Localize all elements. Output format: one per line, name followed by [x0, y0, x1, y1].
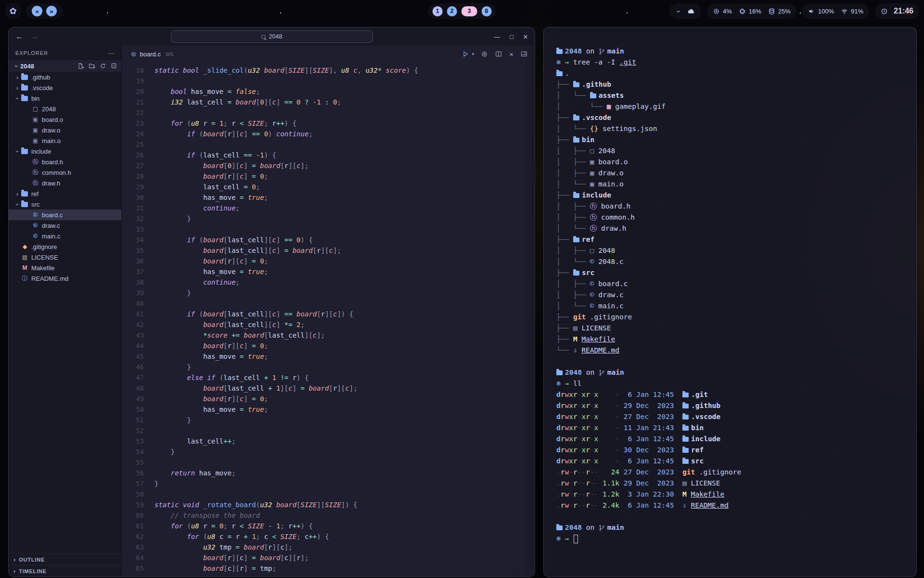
- back-arrow-button[interactable]: ←: [15, 32, 23, 41]
- code-line-23[interactable]: 23 for (u8 r = 1; r < SIZE; r++) {: [122, 118, 535, 129]
- settings-gear-icon[interactable]: [481, 51, 488, 58]
- code-line-43[interactable]: 43 *score += board[last_cell][c];: [122, 330, 535, 341]
- code-line-58[interactable]: 58: [122, 489, 535, 499]
- code-line-46[interactable]: 46 }: [122, 362, 535, 372]
- maximize-button[interactable]: □: [510, 34, 513, 40]
- workspace-8[interactable]: 8: [481, 6, 491, 16]
- explorer-item-board.o[interactable]: ▣board.o: [9, 114, 121, 125]
- run-button[interactable]: [462, 50, 469, 58]
- clock-widget[interactable]: 21:46: [875, 3, 919, 19]
- code-line-37[interactable]: 37 has_move = true;: [122, 266, 535, 277]
- code-line-21[interactable]: 21 i32 last_cell = board[0][c] == 0 ? -1…: [122, 97, 535, 107]
- explorer-more-actions-icon[interactable]: ⋯: [108, 49, 115, 57]
- code-line-52[interactable]: 52: [122, 425, 535, 436]
- code-line-56[interactable]: 56 return has_move;: [122, 468, 535, 478]
- code-line-54[interactable]: 54 }: [122, 447, 535, 457]
- code-line-19[interactable]: 19: [122, 76, 535, 86]
- code-line-45[interactable]: 45 has_move = true;: [122, 351, 535, 362]
- forward-arrow-button[interactable]: →: [31, 32, 38, 41]
- explorer-item-2048[interactable]: ▢2048: [9, 104, 121, 114]
- code-line-51[interactable]: 51 }: [122, 415, 535, 425]
- explorer-item-.vscode[interactable]: ›.vscode: [9, 82, 121, 93]
- code-line-61[interactable]: 61 for (u8 r = 0; r < SIZE - 1; r++) {: [122, 521, 535, 531]
- code-line-26[interactable]: 26 if (last_cell == -1) {: [122, 150, 535, 160]
- explorer-item-main.c[interactable]: ©main.c: [9, 231, 121, 241]
- close-window-button[interactable]: ×: [523, 33, 528, 41]
- code-line-57[interactable]: 57}: [122, 478, 535, 489]
- explorer-item-include[interactable]: ›include: [9, 146, 121, 157]
- code-line-33[interactable]: 33: [122, 224, 535, 235]
- split-editor-icon[interactable]: [495, 50, 502, 58]
- weather-widget[interactable]: [669, 3, 701, 19]
- code-line-31[interactable]: 31 continue;: [122, 203, 535, 213]
- explorer-item-src[interactable]: ›src: [9, 199, 121, 210]
- code-line-24[interactable]: 24 if (board[r][c] == 0) continue;: [122, 129, 535, 139]
- code-line-36[interactable]: 36 board[r][c] = 0;: [122, 256, 535, 266]
- code-line-59[interactable]: 59static void _rotate_board(u32 board[SI…: [122, 499, 535, 510]
- wifi-stat[interactable]: 91%: [841, 8, 863, 15]
- explorer-item-.gitignore[interactable]: ◆.gitignore: [9, 241, 121, 252]
- explorer-item-common.h[interactable]: ⓗcommon.h: [9, 167, 121, 178]
- code-line-38[interactable]: 38 continue;: [122, 277, 535, 288]
- code-line-25[interactable]: 25: [122, 139, 535, 150]
- code-line-42[interactable]: 42 board[last_cell][c] *= 2;: [122, 319, 535, 330]
- code-line-35[interactable]: 35 board[last_cell][c] = board[r][c];: [122, 245, 535, 256]
- explorer-item-board.c[interactable]: ©board.c: [9, 210, 121, 220]
- code-line-44[interactable]: 44 board[r][c] = 0;: [122, 341, 535, 351]
- collapse-folders-icon[interactable]: [111, 63, 117, 69]
- system-logo-button[interactable]: ✿: [5, 3, 21, 19]
- explorer-item-draw.h[interactable]: ⓗdraw.h: [9, 178, 121, 188]
- command-center-search[interactable]: 2048: [171, 30, 373, 43]
- new-file-icon[interactable]: [77, 63, 84, 69]
- code-line-28[interactable]: 28 board[r][c] = 0;: [122, 171, 535, 182]
- code-line-55[interactable]: 55: [122, 457, 535, 468]
- code-line-65[interactable]: 65 board[c][r] = tmp;: [122, 563, 535, 574]
- code-line-41[interactable]: 41 if (board[last_cell][c] == board[r][c…: [122, 309, 535, 319]
- explorer-item-main.o[interactable]: ▣main.o: [9, 135, 121, 146]
- explorer-item-board.h[interactable]: ⓗboard.h: [9, 157, 121, 167]
- code-line-29[interactable]: 29 last_cell = 0;: [122, 182, 535, 192]
- explorer-item-ref[interactable]: ›ref: [9, 188, 121, 199]
- explorer-item-.github[interactable]: ›.github: [9, 72, 121, 82]
- new-folder-icon[interactable]: [89, 63, 95, 69]
- volume-stat[interactable]: 100%: [808, 8, 834, 15]
- explorer-item-LICENSE[interactable]: ▤LICENSE: [9, 252, 121, 263]
- code-line-53[interactable]: 53 last_cell++;: [122, 436, 535, 447]
- explorer-item-draw.c[interactable]: ©draw.c: [9, 220, 121, 231]
- code-line-49[interactable]: 49 board[r][c] = 0;: [122, 394, 535, 404]
- explorer-item-draw.o[interactable]: ▣draw.o: [9, 125, 121, 135]
- outline-panel-header[interactable]: › OUTLINE: [9, 553, 121, 565]
- code-line-22[interactable]: 22: [122, 107, 535, 118]
- code-line-62[interactable]: 62 for (u8 c = r + 1; c < SIZE; c++) {: [122, 531, 535, 542]
- explorer-item-Makefile[interactable]: MMakefile: [9, 263, 121, 273]
- workspace-1[interactable]: 1: [433, 6, 443, 16]
- code-line-48[interactable]: 48 board[last_cell + 1][c] = board[r][c]…: [122, 383, 535, 394]
- code-line-34[interactable]: 34 if (board[last_cell][c] == 0) {: [122, 235, 535, 245]
- run-options-caret-icon[interactable]: ▾: [472, 52, 475, 56]
- timeline-panel-header[interactable]: › TIMELINE: [9, 565, 121, 577]
- active-tab-filename[interactable]: board.c: [140, 51, 161, 58]
- code-line-20[interactable]: 20 bool has_move = false;: [122, 86, 535, 97]
- layout-icon[interactable]: [520, 50, 528, 58]
- code-line-18[interactable]: 18static bool _slide_col(u32 board[SIZE]…: [122, 65, 535, 76]
- close-editor-icon[interactable]: ×: [509, 50, 513, 58]
- refresh-icon[interactable]: [100, 63, 106, 69]
- code-line-47[interactable]: 47 else if (last_cell + 1 != r) {: [122, 372, 535, 383]
- code-line-64[interactable]: 64 board[r][c] = board[c][r];: [122, 552, 535, 563]
- code-line-27[interactable]: 27 board[0][c] = board[r][c];: [122, 160, 535, 171]
- workspace-2[interactable]: 2: [447, 6, 457, 16]
- explorer-root-folder[interactable]: › 2048: [9, 60, 121, 72]
- code-line-32[interactable]: 32 }: [122, 213, 535, 224]
- code-line-50[interactable]: 50 has_move = true;: [122, 404, 535, 415]
- terminal-content[interactable]: 2048 on main❄ → tree -a -I .git.├── .git…: [544, 27, 916, 577]
- explorer-item-README.md[interactable]: ⓘREADME.md: [9, 273, 121, 284]
- media-prev-button[interactable]: «: [32, 6, 42, 16]
- explorer-item-bin[interactable]: ›bin: [9, 93, 121, 104]
- minimize-button[interactable]: —: [494, 34, 500, 40]
- workspace-3[interactable]: 3: [462, 6, 477, 16]
- code-line-39[interactable]: 39 }: [122, 288, 535, 298]
- code-editor[interactable]: 18static bool _slide_col(u32 board[SIZE]…: [122, 62, 535, 577]
- code-line-40[interactable]: 40: [122, 298, 535, 309]
- code-line-63[interactable]: 63 u32 tmp = board[r][c];: [122, 542, 535, 552]
- code-line-30[interactable]: 30 has_move = true;: [122, 192, 535, 203]
